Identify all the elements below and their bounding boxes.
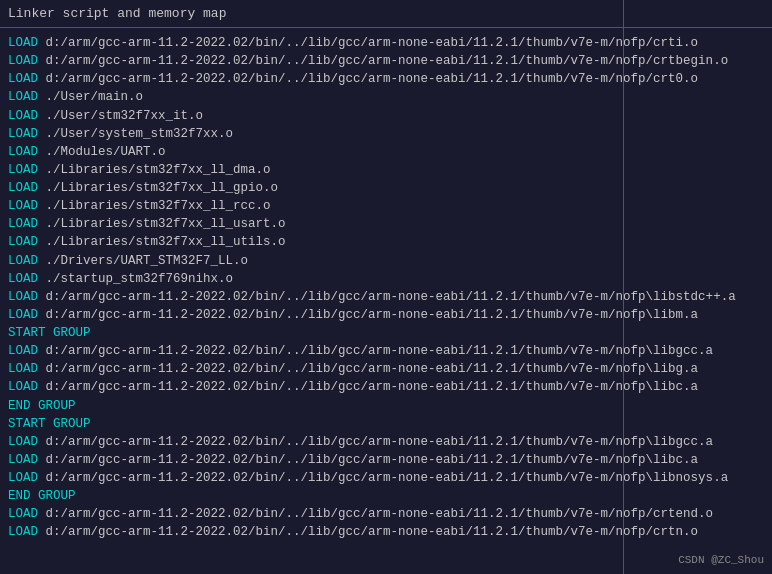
list-item: LOAD d:/arm/gcc-arm-11.2-2022.02/bin/../… [8,469,772,487]
load-path: d:/arm/gcc-arm-11.2-2022.02/bin/../lib/g… [38,54,728,68]
list-item: LOAD ./Libraries/stm32f7xx_ll_usart.o [8,215,772,233]
list-item: LOAD d:/arm/gcc-arm-11.2-2022.02/bin/../… [8,306,772,324]
group-keyword: START GROUP [8,417,91,431]
title-bar: Linker script and memory map [0,4,772,27]
load-path: ./User/system_stm32f7xx.o [38,127,233,141]
load-path: d:/arm/gcc-arm-11.2-2022.02/bin/../lib/g… [38,435,713,449]
list-item: LOAD d:/arm/gcc-arm-11.2-2022.02/bin/../… [8,342,772,360]
content-area: LOAD d:/arm/gcc-arm-11.2-2022.02/bin/../… [0,32,772,542]
load-keyword: LOAD [8,453,38,467]
load-path: d:/arm/gcc-arm-11.2-2022.02/bin/../lib/g… [38,507,713,521]
list-item: LOAD ./Libraries/stm32f7xx_ll_rcc.o [8,197,772,215]
load-keyword: LOAD [8,435,38,449]
load-path: ./Modules/UART.o [38,145,166,159]
list-item: LOAD ./Drivers/UART_STM32F7_LL.o [8,252,772,270]
list-item: LOAD d:/arm/gcc-arm-11.2-2022.02/bin/../… [8,360,772,378]
load-path: d:/arm/gcc-arm-11.2-2022.02/bin/../lib/g… [38,471,728,485]
list-item: LOAD d:/arm/gcc-arm-11.2-2022.02/bin/../… [8,378,772,396]
list-item: LOAD d:/arm/gcc-arm-11.2-2022.02/bin/../… [8,433,772,451]
load-keyword: LOAD [8,54,38,68]
load-path: ./Libraries/stm32f7xx_ll_gpio.o [38,181,278,195]
list-item: LOAD ./User/system_stm32f7xx.o [8,125,772,143]
list-item: LOAD ./Libraries/stm32f7xx_ll_dma.o [8,161,772,179]
group-keyword: START GROUP [8,326,91,340]
list-item: LOAD ./Modules/UART.o [8,143,772,161]
list-item: LOAD ./User/main.o [8,88,772,106]
load-keyword: LOAD [8,471,38,485]
load-path: d:/arm/gcc-arm-11.2-2022.02/bin/../lib/g… [38,72,698,86]
load-keyword: LOAD [8,181,38,195]
list-item: START GROUP [8,415,772,433]
load-path: ./Drivers/UART_STM32F7_LL.o [38,254,248,268]
load-keyword: LOAD [8,362,38,376]
load-path: d:/arm/gcc-arm-11.2-2022.02/bin/../lib/g… [38,36,698,50]
load-path: d:/arm/gcc-arm-11.2-2022.02/bin/../lib/g… [38,344,713,358]
list-item: LOAD d:/arm/gcc-arm-11.2-2022.02/bin/../… [8,52,772,70]
list-item: START GROUP [8,324,772,342]
list-item: LOAD d:/arm/gcc-arm-11.2-2022.02/bin/../… [8,505,772,523]
page-title: Linker script and memory map [8,6,226,21]
main-container: Linker script and memory map LOAD d:/arm… [0,0,772,574]
load-keyword: LOAD [8,344,38,358]
load-keyword: LOAD [8,235,38,249]
list-item: LOAD ./Libraries/stm32f7xx_ll_utils.o [8,233,772,251]
list-item: LOAD d:/arm/gcc-arm-11.2-2022.02/bin/../… [8,34,772,52]
load-keyword: LOAD [8,272,38,286]
load-path: ./startup_stm32f769nihx.o [38,272,233,286]
load-path: d:/arm/gcc-arm-11.2-2022.02/bin/../lib/g… [38,308,698,322]
load-keyword: LOAD [8,36,38,50]
load-keyword: LOAD [8,145,38,159]
load-path: d:/arm/gcc-arm-11.2-2022.02/bin/../lib/g… [38,525,698,539]
load-path: d:/arm/gcc-arm-11.2-2022.02/bin/../lib/g… [38,453,698,467]
load-keyword: LOAD [8,290,38,304]
load-keyword: LOAD [8,217,38,231]
load-keyword: LOAD [8,127,38,141]
list-item: LOAD ./startup_stm32f769nihx.o [8,270,772,288]
list-item: LOAD ./User/stm32f7xx_it.o [8,107,772,125]
load-keyword: LOAD [8,507,38,521]
list-item: LOAD d:/arm/gcc-arm-11.2-2022.02/bin/../… [8,523,772,541]
load-path: ./User/stm32f7xx_it.o [38,109,203,123]
list-item: END GROUP [8,487,772,505]
load-keyword: LOAD [8,163,38,177]
watermark: CSDN @ZC_Shou [678,554,764,566]
list-item: END GROUP [8,397,772,415]
load-keyword: LOAD [8,109,38,123]
load-keyword: LOAD [8,199,38,213]
list-item: LOAD d:/arm/gcc-arm-11.2-2022.02/bin/../… [8,451,772,469]
load-path: d:/arm/gcc-arm-11.2-2022.02/bin/../lib/g… [38,380,698,394]
list-item: LOAD d:/arm/gcc-arm-11.2-2022.02/bin/../… [8,70,772,88]
load-path: ./Libraries/stm32f7xx_ll_utils.o [38,235,286,249]
load-path: ./User/main.o [38,90,143,104]
divider [0,27,772,28]
group-keyword: END GROUP [8,399,76,413]
load-keyword: LOAD [8,380,38,394]
list-item: LOAD d:/arm/gcc-arm-11.2-2022.02/bin/../… [8,288,772,306]
load-keyword: LOAD [8,90,38,104]
load-keyword: LOAD [8,72,38,86]
load-path: ./Libraries/stm32f7xx_ll_dma.o [38,163,271,177]
load-path: d:/arm/gcc-arm-11.2-2022.02/bin/../lib/g… [38,362,698,376]
vertical-separator [623,0,624,574]
load-path: ./Libraries/stm32f7xx_ll_usart.o [38,217,286,231]
load-path: ./Libraries/stm32f7xx_ll_rcc.o [38,199,271,213]
list-item: LOAD ./Libraries/stm32f7xx_ll_gpio.o [8,179,772,197]
load-path: d:/arm/gcc-arm-11.2-2022.02/bin/../lib/g… [38,290,736,304]
load-keyword: LOAD [8,525,38,539]
load-keyword: LOAD [8,254,38,268]
load-keyword: LOAD [8,308,38,322]
group-keyword: END GROUP [8,489,76,503]
